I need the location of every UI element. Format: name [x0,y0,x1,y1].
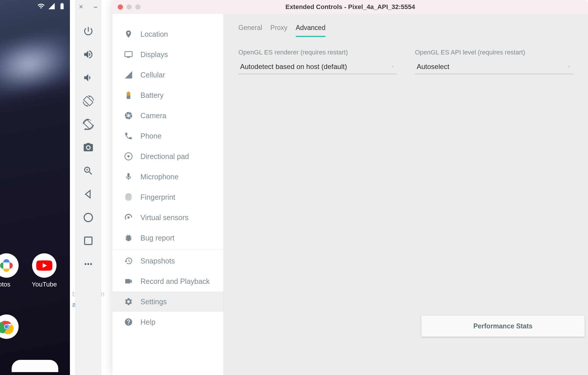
window-minimize[interactable] [126,4,132,10]
app-google-photos[interactable] [0,253,19,278]
back-button[interactable] [80,184,97,204]
sidebar-label: Record and Playback [140,277,210,286]
svg-point-7 [90,263,92,265]
phone-icon [124,132,133,140]
sidebar-item-fingerprint[interactable]: Fingerprint [112,187,223,207]
location-icon [124,30,133,38]
sidebar-item-microphone[interactable]: Microphone [112,167,223,187]
select-value: Autoselect [417,63,449,71]
select-renderer[interactable]: Autodetect based on host (default) [238,60,397,74]
mic-icon [124,172,133,181]
sidebar-label: Battery [140,91,163,100]
sidebar: Location Displays Cellular Battery Camer… [112,14,224,375]
fingerprint-icon [124,193,133,201]
sidebar-item-dpad[interactable]: Directional pad [112,146,223,167]
tab-proxy[interactable]: Proxy [270,24,288,37]
close-button[interactable] [78,3,84,10]
setting-renderer: OpenGL ES renderer (requires restart) Au… [238,49,397,74]
sidebar-label: Bug report [140,234,175,242]
screenshot-button[interactable] [80,137,97,158]
dpad-icon [124,152,133,161]
sidebar-label: Microphone [140,173,179,181]
sidebar-label: Snapshots [140,257,175,265]
battery-icon [58,2,66,10]
youtube-icon [36,257,53,274]
svg-point-6 [87,263,89,265]
svg-point-5 [84,263,86,265]
sidebar-item-record[interactable]: Record and Playback [112,271,223,291]
settings-icon [124,297,133,306]
app-youtube[interactable] [32,253,57,278]
sidebar-item-phone[interactable]: Phone [112,126,223,146]
rotate-left-button[interactable] [80,91,97,111]
more-button[interactable] [80,254,97,274]
main-pane: General Proxy Advanced OpenGL ES rendere… [224,14,588,375]
svg-point-10 [127,216,130,219]
tabs: General Proxy Advanced [238,24,573,37]
sidebar-label: Cellular [140,71,165,79]
volume-up-button[interactable] [80,44,97,65]
home-button[interactable] [80,207,97,228]
snapshot-icon [124,257,133,265]
zoom-button[interactable] [80,161,97,181]
sidebar-item-camera[interactable]: Camera [112,105,223,126]
sidebar-label: Camera [140,112,166,120]
select-value: Autodetect based on host (default) [240,63,347,71]
sidebar-label: Settings [140,298,167,306]
sidebar-item-cellular[interactable]: Cellular [112,65,223,85]
sidebar-label: Directional pad [140,152,189,161]
sidebar-label: Phone [140,132,161,140]
help-icon [124,318,133,326]
svg-point-2 [5,325,8,328]
titlebar: Extended Controls - Pixel_4a_API_32:5554 [112,0,588,14]
sidebar-item-sensors[interactable]: Virtual sensors [112,207,223,228]
window-close[interactable] [118,4,123,10]
wallpaper-cloud [0,29,70,100]
battery-icon [124,91,133,100]
cellular-icon [124,70,133,79]
bug-icon [124,234,133,242]
home-indicator[interactable] [12,360,58,372]
extended-controls-window: Extended Controls - Pixel_4a_API_32:5554… [112,0,588,375]
emulator-toolbar [75,0,101,375]
sidebar-label: Virtual sensors [140,213,189,222]
sidebar-item-location[interactable]: Location [112,24,223,44]
tab-advanced[interactable]: Advanced [296,24,325,37]
sidebar-label: Displays [140,50,168,59]
setting-api-level: OpenGL ES API level (requires restart) A… [415,49,573,74]
app-youtube-label: YouTube [27,281,61,288]
overview-button[interactable] [80,231,97,251]
performance-stats-button[interactable]: Performance Stats [421,316,585,337]
sidebar-item-bugreport[interactable]: Bug report [112,228,223,248]
status-bar [37,2,66,10]
sidebar-label: Help [140,318,155,326]
svg-point-3 [84,213,93,222]
sidebar-item-help[interactable]: Help [112,312,223,332]
app-chrome[interactable] [0,314,19,339]
google-photos-icon [0,258,14,273]
setting-label-renderer: OpenGL ES renderer (requires restart) [238,49,397,56]
sidebar-label: Location [140,30,168,38]
minimize-button[interactable] [92,3,99,10]
record-icon [124,277,133,286]
sidebar-item-displays[interactable]: Displays [112,44,223,65]
select-api-level[interactable]: Autoselect [415,60,573,74]
sidebar-item-settings[interactable]: Settings [112,291,223,312]
window-zoom[interactable] [135,4,140,10]
emulator-screen: otos YouTube [0,0,70,375]
signal-icon [48,2,55,10]
rotate-right-button[interactable] [80,114,97,135]
volume-down-button[interactable] [80,68,97,88]
sidebar-item-battery[interactable]: Battery [112,85,223,105]
chrome-icon [0,318,15,335]
sidebar-label: Fingerprint [140,193,175,201]
svg-point-9 [127,155,130,158]
chevron-down-icon [566,64,572,69]
sidebar-item-snapshots[interactable]: Snapshots [112,251,223,271]
power-button[interactable] [80,21,97,41]
tab-general[interactable]: General [238,24,262,37]
displays-icon [124,50,133,59]
wifi-icon [37,2,45,10]
svg-rect-4 [84,237,92,244]
sensors-icon [124,213,133,222]
